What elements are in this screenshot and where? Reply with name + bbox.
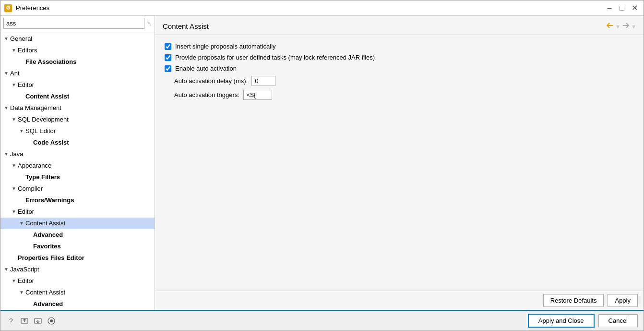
tree-item-editor-java[interactable]: ▼ Editor bbox=[0, 206, 155, 218]
label-insert-single[interactable]: Insert single proposals automatically bbox=[175, 43, 276, 50]
field-row-delay: Auto activation delay (ms): bbox=[174, 76, 634, 86]
tree-item-appearance-java[interactable]: ▼ Appearance bbox=[0, 160, 155, 172]
toggle-icon: ▼ bbox=[10, 277, 18, 285]
restore-defaults-button[interactable]: Restore Defaults bbox=[543, 294, 604, 307]
tree-item-favorites[interactable]: Favorites bbox=[0, 241, 155, 252]
toggle-icon: ▼ bbox=[10, 162, 18, 170]
title-bar: ⚙ Preferences – □ ✕ bbox=[0, 0, 644, 16]
window-controls: – □ ✕ bbox=[604, 3, 640, 13]
tree-item-java[interactable]: ▼ Java bbox=[0, 148, 155, 160]
tree-label: Data Management bbox=[10, 103, 61, 113]
tree-label: Content Assist bbox=[25, 219, 65, 228]
tree-item-data-management[interactable]: ▼ Data Management bbox=[0, 102, 155, 114]
toggle-icon bbox=[18, 58, 25, 66]
auto-delay-input[interactable] bbox=[251, 76, 275, 86]
nav-arrows: ▾ ▾ bbox=[605, 21, 636, 32]
forward-button[interactable] bbox=[621, 21, 631, 32]
toggle-icon bbox=[25, 139, 33, 147]
tree-item-editors[interactable]: ▼ Editors bbox=[0, 45, 155, 56]
minimize-button[interactable]: – bbox=[604, 3, 615, 13]
toggle-icon: ▼ bbox=[10, 47, 18, 54]
tree-label: Editor bbox=[18, 207, 34, 217]
back-button[interactable] bbox=[605, 21, 615, 32]
option-insert-single: Insert single proposals automatically bbox=[165, 43, 634, 50]
cancel-button[interactable]: Cancel bbox=[598, 314, 638, 327]
sidebar: ␡ ▼ General ▼ Editors bbox=[0, 16, 155, 310]
checkbox-provide-proposals[interactable] bbox=[165, 54, 171, 61]
label-provide-proposals[interactable]: Provide proposals for user defined tasks… bbox=[175, 54, 375, 61]
nav-separator2: ▾ bbox=[632, 23, 635, 30]
tree-item-advanced[interactable]: Advanced bbox=[0, 229, 155, 241]
delay-label: Auto activation delay (ms): bbox=[174, 77, 248, 85]
tree-label: Compiler bbox=[18, 184, 43, 194]
tree-item-sql-editor[interactable]: ▼ SQL Editor bbox=[0, 125, 155, 137]
tree-item-file-associations[interactable]: File Associations bbox=[0, 56, 155, 68]
help-icon[interactable]: ? bbox=[6, 316, 16, 326]
auto-triggers-input[interactable] bbox=[243, 90, 272, 100]
footer-icons: ? bbox=[6, 316, 56, 326]
toggle-icon: ▼ bbox=[2, 70, 10, 77]
toggle-icon: ▼ bbox=[2, 150, 10, 158]
option-provide-proposals: Provide proposals for user defined tasks… bbox=[165, 54, 634, 61]
tree-item-content-assist-ant[interactable]: Content Assist bbox=[0, 91, 155, 102]
toggle-icon: ▼ bbox=[2, 104, 10, 112]
circle-icon[interactable] bbox=[47, 316, 56, 326]
toggle-icon: ▼ bbox=[18, 289, 25, 296]
tree-item-properties-files-editor[interactable]: Properties Files Editor bbox=[0, 252, 155, 264]
tree-label: Editor bbox=[18, 276, 34, 286]
right-body: Insert single proposals automatically Pr… bbox=[155, 35, 644, 291]
search-container: ␡ bbox=[0, 16, 155, 31]
tree-item-content-assist-java[interactable]: ▼ Content Assist bbox=[0, 218, 155, 229]
toggle-icon: ▼ bbox=[18, 127, 25, 135]
bottom-bar: Restore Defaults Apply bbox=[155, 291, 644, 310]
tree-item-javascript[interactable]: ▼ JavaScript bbox=[0, 264, 155, 275]
search-clear-icon[interactable]: ␡ bbox=[146, 19, 152, 27]
tree-label: File Associations bbox=[25, 57, 76, 67]
toggle-icon bbox=[18, 196, 25, 204]
tree-label: Content Assist bbox=[25, 288, 65, 297]
label-enable-auto[interactable]: Enable auto activation bbox=[175, 65, 237, 72]
import-icon[interactable] bbox=[33, 316, 43, 326]
toggle-icon: ▼ bbox=[2, 266, 10, 273]
checkbox-enable-auto[interactable] bbox=[165, 65, 171, 72]
tree-label: Code Assist bbox=[33, 138, 69, 147]
toggle-icon: ▼ bbox=[18, 220, 25, 227]
toggle-icon: ▼ bbox=[10, 208, 18, 216]
toggle-icon bbox=[25, 231, 33, 239]
tree-item-code-assist[interactable]: Code Assist bbox=[0, 137, 155, 148]
tree-item-general[interactable]: ▼ General bbox=[0, 33, 155, 45]
search-input[interactable] bbox=[3, 18, 144, 29]
toggle-icon bbox=[25, 243, 33, 250]
maximize-button[interactable]: □ bbox=[617, 3, 627, 13]
close-button[interactable]: ✕ bbox=[629, 3, 640, 13]
tree-item-errors-warnings[interactable]: Errors/Warnings bbox=[0, 195, 155, 206]
tree-item-content-assist-js[interactable]: ▼ Content Assist bbox=[0, 287, 155, 298]
tree-item-editor-ant[interactable]: ▼ Editor bbox=[0, 79, 155, 91]
tree-label: Editor bbox=[18, 80, 34, 90]
nav-separator: ▾ bbox=[616, 23, 620, 30]
tree-label: SQL Development bbox=[18, 115, 69, 124]
toggle-icon: ▼ bbox=[2, 35, 10, 43]
tree-item-sql-development[interactable]: ▼ SQL Development bbox=[0, 114, 155, 125]
option-enable-auto: Enable auto activation bbox=[165, 65, 634, 72]
apply-button[interactable]: Apply bbox=[608, 294, 638, 307]
apply-and-close-button[interactable]: Apply and Close bbox=[528, 314, 595, 328]
tree-item-advanced-js[interactable]: Advanced bbox=[0, 298, 155, 310]
svg-point-5 bbox=[50, 319, 53, 322]
tree-label: Appearance bbox=[18, 161, 51, 171]
export-icon[interactable] bbox=[20, 316, 29, 326]
tree-item-editor-js[interactable]: ▼ Editor bbox=[0, 275, 155, 287]
tree-label: Properties Files Editor bbox=[18, 253, 84, 263]
tree-label: Advanced bbox=[33, 299, 63, 309]
toggle-icon: ▼ bbox=[10, 81, 18, 89]
tree-item-compiler[interactable]: ▼ Compiler bbox=[0, 183, 155, 195]
tree-label: Content Assist bbox=[25, 92, 69, 101]
tree-item-ant[interactable]: ▼ Ant bbox=[0, 68, 155, 79]
preferences-window: ⚙ Preferences – □ ✕ ␡ ▼ General bbox=[0, 0, 644, 331]
tree-label: Advanced bbox=[33, 230, 63, 240]
app-icon: ⚙ bbox=[4, 4, 12, 12]
tree-item-type-filters[interactable]: Type Filters bbox=[0, 172, 155, 183]
tree-label: Type Filters bbox=[25, 172, 60, 182]
tree-label: Editors bbox=[18, 46, 37, 55]
checkbox-insert-single[interactable] bbox=[165, 43, 171, 50]
